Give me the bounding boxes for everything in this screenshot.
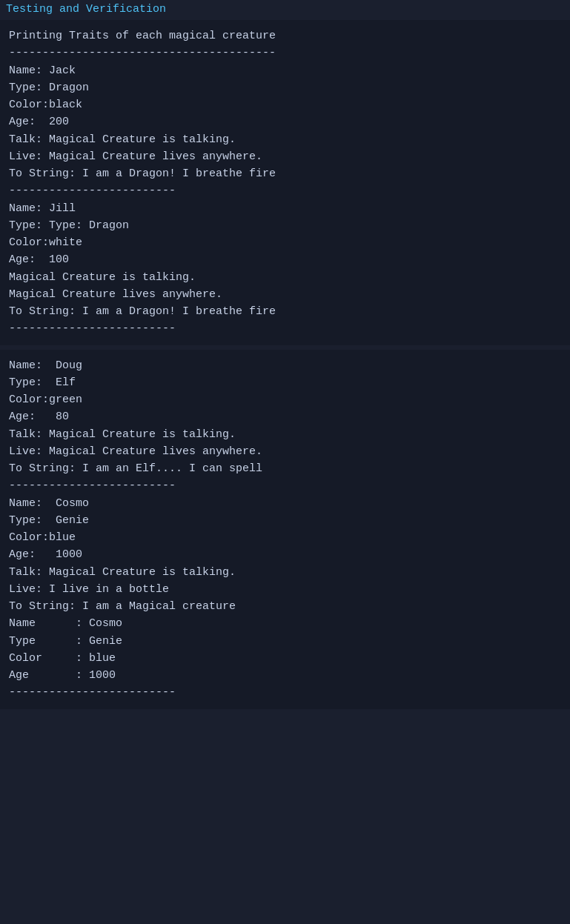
output-line: To String: I am a Dragon! I breathe fire bbox=[9, 165, 561, 182]
output-line: ------------------------- bbox=[9, 320, 561, 337]
output-line: Live: Magical Creature lives anywhere. bbox=[9, 148, 561, 165]
output-block-1: Printing Traits of each magical creature… bbox=[0, 20, 570, 345]
page-title: Testing and Verification bbox=[0, 0, 570, 20]
output-line: Color:green bbox=[9, 391, 561, 408]
output-line: Printing Traits of each magical creature bbox=[9, 27, 561, 44]
output-line: Color:blue bbox=[9, 529, 561, 546]
output-line: Live: Magical Creature lives anywhere. bbox=[9, 443, 561, 460]
page-container: Testing and Verification Printing Traits… bbox=[0, 0, 570, 709]
output-line: Talk: Magical Creature is talking. bbox=[9, 426, 561, 443]
output-line: Age: 100 bbox=[9, 251, 561, 268]
output-line: Talk: Magical Creature is talking. bbox=[9, 564, 561, 581]
output-line: Type: Genie bbox=[9, 512, 561, 529]
output-line: To String: I am an Elf.... I can spell bbox=[9, 460, 561, 477]
output-line: ---------------------------------------- bbox=[9, 44, 561, 62]
output-line: Name: Cosmo bbox=[9, 495, 561, 512]
output-line: Color:black bbox=[9, 96, 561, 113]
output-line: Type: Dragon bbox=[9, 79, 561, 96]
output-line: Type : Genie bbox=[9, 633, 561, 650]
output-line: Age: 1000 bbox=[9, 546, 561, 563]
output-line: Type: Elf bbox=[9, 374, 561, 391]
output-line: To String: I am a Magical creature bbox=[9, 598, 561, 615]
output-line: Name: Jill bbox=[9, 200, 561, 217]
output-line: Name : Cosmo bbox=[9, 615, 561, 632]
output-line: Live: I live in a bottle bbox=[9, 581, 561, 598]
output-line: Age : 1000 bbox=[9, 667, 561, 684]
output-line: Color : blue bbox=[9, 650, 561, 667]
output-line: Age: 200 bbox=[9, 113, 561, 130]
output-line: Magical Creature is talking. bbox=[9, 269, 561, 286]
output-line: ------------------------- bbox=[9, 477, 561, 494]
output-line: Name: Jack bbox=[9, 62, 561, 79]
output-line: ------------------------- bbox=[9, 182, 561, 199]
output-line: Type: Type: Dragon bbox=[9, 217, 561, 234]
output-line: Name: Doug bbox=[9, 357, 561, 374]
output-line: Magical Creature lives anywhere. bbox=[9, 286, 561, 303]
output-line: ------------------------- bbox=[9, 684, 561, 701]
output-block-2: Name: DougType: ElfColor:greenAge: 80Tal… bbox=[0, 350, 570, 709]
output-line: Color:white bbox=[9, 234, 561, 251]
output-line: Talk: Magical Creature is talking. bbox=[9, 131, 561, 148]
output-line: Age: 80 bbox=[9, 408, 561, 425]
output-line: To String: I am a Dragon! I breathe fire bbox=[9, 303, 561, 320]
